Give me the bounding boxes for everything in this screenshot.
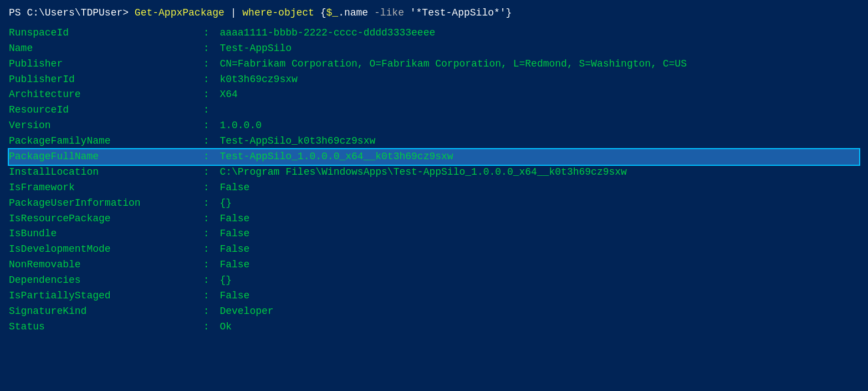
prop-name-3: PublisherId	[9, 72, 197, 88]
prop-name-10: IsFramework	[9, 180, 197, 196]
prop-colon-6: :	[197, 118, 215, 134]
property-row-ispartiallystaged: IsPartiallyStaged : False	[9, 288, 859, 304]
property-row-signaturekind: SignatureKind : Developer	[9, 304, 859, 319]
prop-colon-8: :	[197, 149, 215, 165]
prop-value-13: False	[219, 226, 249, 242]
prop-colon-19: :	[197, 319, 215, 335]
property-row-architecture: Architecture : X64	[9, 87, 859, 103]
property-row-version: Version : 1.0.0.0	[9, 118, 859, 134]
prop-colon-5: :	[197, 103, 215, 118]
prop-name-15: NonRemovable	[9, 257, 197, 273]
prop-value-14: False	[219, 242, 249, 257]
prop-name-0: RunspaceId	[9, 26, 197, 41]
property-row-isbundle: IsBundle : False	[9, 226, 859, 242]
prop-colon-0: :	[197, 26, 215, 41]
property-row-installlocation: InstallLocation : C:\Program Files\Windo…	[9, 165, 859, 180]
prop-name-9: InstallLocation	[9, 165, 197, 180]
prop-value-15: False	[219, 257, 249, 273]
property-row-nonremovable: NonRemovable : False	[9, 257, 859, 273]
prop-colon-9: :	[197, 165, 215, 180]
prop-value-7: Test-AppSilo_k0t3h69cz9sxw	[219, 134, 375, 149]
prop-name-8: PackageFullName	[9, 149, 197, 165]
property-row-dependencies: Dependencies : {}	[9, 273, 859, 288]
prop-colon-10: :	[197, 180, 215, 196]
terminal-window: PS C:\Users\TDPUser> Get-AppxPackage | w…	[9, 6, 859, 335]
prop-value-12: False	[219, 211, 249, 227]
prop-value-3: k0t3h69cz9sxw	[219, 72, 297, 88]
where-object: where-object	[242, 7, 314, 18]
prompt: PS C:\Users\TDPUser>	[9, 7, 135, 18]
prop-colon-14: :	[197, 242, 215, 257]
prop-name-19: Status	[9, 319, 197, 335]
prop-colon-16: :	[197, 273, 215, 288]
search-string: '*Test-AppSilo*'	[404, 7, 506, 18]
prop-name-13: IsBundle	[9, 226, 197, 242]
prop-name-18: SignatureKind	[9, 304, 197, 319]
prop-value-10: False	[219, 180, 249, 196]
prop-value-16: {}	[219, 273, 232, 288]
property-row-isframework: IsFramework : False	[9, 180, 859, 196]
prop-name-12: IsResourcePackage	[9, 211, 197, 227]
prop-colon-18: :	[197, 304, 215, 319]
brace-close: }	[506, 7, 512, 18]
like-operator: -like	[368, 7, 404, 18]
brace-open: {	[314, 7, 326, 18]
prop-name-5: ResourceId	[9, 103, 197, 118]
prop-value-2: CN=Fabrikam Corporation, O=Fabrikam Corp…	[219, 57, 687, 72]
prop-value-8: Test-AppSilo_1.0.0.0_x64__k0t3h69cz9sxw	[219, 149, 453, 165]
prop-colon-2: :	[197, 57, 215, 72]
property-row-isresourcepackage: IsResourcePackage : False	[9, 211, 859, 227]
prop-value-1: Test-AppSilo	[219, 41, 292, 57]
prop-colon-15: :	[197, 257, 215, 273]
properties-table: RunspaceId : aaaa1111-bbbb-2222-cccc-ddd…	[9, 26, 859, 335]
pipe: |	[224, 7, 242, 18]
command-line: PS C:\Users\TDPUser> Get-AppxPackage | w…	[9, 6, 859, 21]
prop-value-17: False	[219, 288, 249, 304]
prop-colon-12: :	[197, 211, 215, 227]
prop-name-17: IsPartiallyStaged	[9, 288, 197, 304]
prop-value-18: Developer	[219, 304, 273, 319]
property-row-publisher: Publisher : CN=Fabrikam Corporation, O=F…	[9, 57, 859, 72]
prop-value-0: aaaa1111-bbbb-2222-cccc-dddd3333eeee	[219, 26, 435, 41]
property-row-isdevelopmentmode: IsDevelopmentMode : False	[9, 242, 859, 257]
prop-name-14: IsDevelopmentMode	[9, 242, 197, 257]
prop-name-16: Dependencies	[9, 273, 197, 288]
prop-value-11: {}	[219, 196, 232, 211]
prop-colon-17: :	[197, 288, 215, 304]
prop-name-2: Publisher	[9, 57, 197, 72]
prop-name-4: Architecture	[9, 87, 197, 103]
prop-colon-3: :	[197, 72, 215, 88]
prop-colon-11: :	[197, 196, 215, 211]
prop-colon-7: :	[197, 134, 215, 149]
property-row-packagefullname: PackageFullName : Test-AppSilo_1.0.0.0_x…	[9, 149, 859, 165]
prop-name-7: PackageFamilyName	[9, 134, 197, 149]
property-row-publisherid: PublisherId : k0t3h69cz9sxw	[9, 72, 859, 88]
property-row-resourceid: ResourceId :	[9, 103, 859, 118]
property-row-packageuserinformation: PackageUserInformation : {}	[9, 196, 859, 211]
prop-colon-4: :	[197, 87, 215, 103]
cmdlet: Get-AppxPackage	[135, 7, 224, 18]
prop-name-11: PackageUserInformation	[9, 196, 197, 211]
dot-name: .name	[338, 7, 368, 18]
prop-name-1: Name	[9, 41, 197, 57]
property-row-status: Status : Ok	[9, 319, 859, 335]
prop-value-6: 1.0.0.0	[219, 118, 262, 134]
property-row-name: Name : Test-AppSilo	[9, 41, 859, 57]
prop-value-4: X64	[219, 87, 237, 103]
property-row-packagefamilyname: PackageFamilyName : Test-AppSilo_k0t3h69…	[9, 134, 859, 149]
variable: $_	[326, 7, 339, 18]
prop-colon-13: :	[197, 226, 215, 242]
prop-value-9: C:\Program Files\WindowsApps\Test-AppSil…	[219, 165, 627, 180]
prop-colon-1: :	[197, 41, 215, 57]
property-row-runspaceid: RunspaceId : aaaa1111-bbbb-2222-cccc-ddd…	[9, 26, 859, 41]
prop-name-6: Version	[9, 118, 197, 134]
prop-value-19: Ok	[219, 319, 232, 335]
